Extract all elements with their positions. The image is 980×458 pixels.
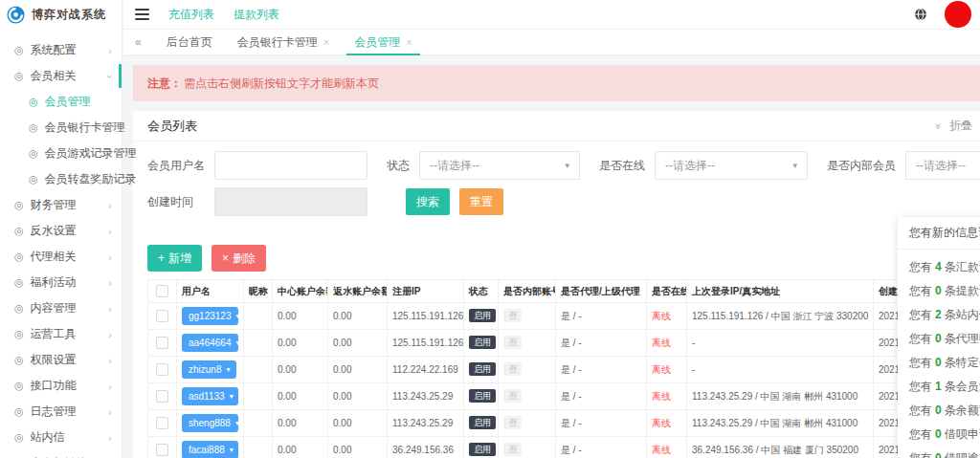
username-button[interactable]: aa464664 ▾ <box>182 334 238 352</box>
username-input[interactable] <box>214 151 368 180</box>
notification-count: 4 <box>935 260 942 273</box>
select-all-checkbox[interactable] <box>156 285 168 297</box>
username-button[interactable]: sheng888 ▾ <box>182 414 238 432</box>
user-avatar[interactable] <box>945 1 971 28</box>
chevron-down-icon: ▾ <box>226 365 230 374</box>
notification-item[interactable]: 您有0借呗申请提醒 <box>898 428 980 441</box>
username-button[interactable]: facai888 ▾ <box>182 441 238 458</box>
table-body: gg123123 ▾ 0.00 0.00 125.115.191.126 启用 … <box>148 303 980 458</box>
notification-count: 0 <box>935 356 942 369</box>
internal-badge: 否 <box>503 309 522 322</box>
internal-label: 是否内部会员 <box>827 158 896 174</box>
field-online: 是否在线 --请选择-- ▾ <box>599 151 808 180</box>
circle-dot-icon: ◎ <box>14 303 24 314</box>
online-status-cell: 离线 <box>647 410 687 437</box>
register-ip-cell: 125.115.191.126 <box>388 330 464 357</box>
internal-badge: 否 <box>503 443 522 456</box>
rebate-balance-cell: 0.00 <box>328 303 388 330</box>
notification-item[interactable]: 您有2条站内信未处理 <box>898 309 980 321</box>
sidebar-subitem[interactable]: ◎ 会员转盘奖励记录 <box>0 166 122 192</box>
collapse-button[interactable]: 折叠 <box>949 118 972 134</box>
chevron-right-icon: › <box>108 200 112 211</box>
delete-button[interactable]: ×删除 <box>212 245 266 272</box>
chevron-down-icon: ▾ <box>235 419 239 427</box>
circle-dot-icon: ◎ <box>29 148 38 159</box>
sidebar-item[interactable]: ◎ 权限设置 › <box>0 347 122 373</box>
notification-item[interactable]: 您有0条特定会员登录提醒 <box>898 357 980 369</box>
internal-badge: 否 <box>503 336 522 349</box>
nav-recharge-list[interactable]: 充值列表 <box>168 7 214 23</box>
sidebar-item[interactable]: ◎ 内容管理 › <box>0 295 122 321</box>
sidebar-item[interactable]: ◎ 反水设置 › <box>0 218 122 244</box>
chevron-right-icon: › <box>108 226 112 237</box>
close-icon[interactable]: × <box>406 36 412 48</box>
table-row: facai888 ▾ 0.00 0.00 36.249.156.36 启用 否 … <box>148 437 980 458</box>
notification-count: 2 <box>935 308 942 321</box>
row-checkbox[interactable] <box>156 310 168 322</box>
sidebar-subitem[interactable]: ◎ 会员银行卡管理 <box>0 115 122 141</box>
sidebar-subitem[interactable]: ◎ 会员游戏记录管理 <box>0 141 122 166</box>
table-header-row: 用户名昵称中心账户余额返水账户余额注册IP状态是否内部账号是否代理/上级代理是否… <box>148 280 980 303</box>
sidebar: 博弈对战系统 ◎ 系统配置 › ◎ 会员相关 › ◎ 会员管理 ◎ 会员银行卡管… <box>0 0 122 458</box>
register-ip-cell: 125.115.191.126 <box>388 303 464 330</box>
row-checkbox[interactable] <box>156 363 168 376</box>
username-button[interactable]: asd1133 ▾ <box>182 387 238 405</box>
sidebar-item-system-config[interactable]: ◎ 系统配置 › <box>0 37 122 63</box>
circle-dot-icon: ◎ <box>14 406 24 417</box>
notification-item[interactable]: 您有0条代理申请未处理 <box>898 333 980 345</box>
sidebar-item[interactable]: ◎ 日志管理 › <box>0 399 122 425</box>
chevron-down-icon: ▾ <box>565 161 569 170</box>
circle-dot-icon: ◎ <box>29 97 38 107</box>
tab-member-bankcard[interactable]: 会员银行卡管理 × <box>237 30 329 55</box>
sidebar-item[interactable]: ◎ 广告超链接 › <box>0 450 122 458</box>
row-checkbox[interactable] <box>156 390 168 403</box>
row-checkbox[interactable] <box>156 417 168 429</box>
sidebar-subitem[interactable]: ◎ 会员管理 <box>0 89 122 115</box>
sidebar-item[interactable]: ◎ 代理相关 › <box>0 244 122 270</box>
username-button[interactable]: zhizun8 ▾ <box>182 360 236 379</box>
tab-member-management[interactable]: 会员管理 × <box>354 30 412 55</box>
created-time-input[interactable] <box>214 187 368 216</box>
close-icon[interactable]: × <box>323 36 329 48</box>
notification-list: 您有4条汇款请求未处理 您有0条提款请求未处理 您有2条站内信未处理 您有0条代… <box>898 261 980 458</box>
card-header: 会员列表 » 折叠 <box>133 111 980 142</box>
hamburger-menu-icon[interactable] <box>135 9 149 20</box>
nav-withdraw-list[interactable]: 提款列表 <box>234 7 279 23</box>
notification-item[interactable]: 您有0条提款请求未处理 <box>898 285 980 297</box>
tabs-collapse-left-icon[interactable]: « <box>135 35 142 49</box>
online-select[interactable]: --请选择-- ▾ <box>655 151 808 180</box>
row-checkbox[interactable] <box>156 337 168 349</box>
globe-icon[interactable] <box>914 8 927 21</box>
sidebar-item-member-related[interactable]: ◎ 会员相关 › <box>0 63 122 89</box>
notification-count: 0 <box>935 403 942 417</box>
chevron-right-icon: › <box>108 355 112 366</box>
center-balance-cell: 0.00 <box>273 383 328 410</box>
notification-item[interactable]: 您有0条余额宝购买提醒 <box>898 404 980 417</box>
sidebar-item[interactable]: ◎ 运营工具 › <box>0 321 122 347</box>
internal-select[interactable]: --请选择-- <box>905 151 980 180</box>
sidebar-item[interactable]: ◎ 站内信 › <box>0 425 122 450</box>
last-login-cell: - <box>687 357 874 383</box>
circle-dot-icon: ◎ <box>14 381 24 391</box>
row-checkbox[interactable] <box>156 444 168 456</box>
search-button[interactable]: 搜索 <box>406 188 450 215</box>
notification-item[interactable]: 您有0借呗逾期提醒 <box>898 452 980 458</box>
sidebar-item[interactable]: ◎ 财务管理 › <box>0 192 122 218</box>
status-select[interactable]: --请选择-- ▾ <box>419 151 580 180</box>
add-button[interactable]: +新增 <box>147 245 202 272</box>
circle-dot-icon: ◎ <box>14 71 24 81</box>
online-status-cell: 离线 <box>647 437 687 458</box>
sidebar-item[interactable]: ◎ 接口功能 › <box>0 373 122 399</box>
status-badge: 启用 <box>469 309 496 322</box>
register-ip-cell: 113.243.25.29 <box>388 410 464 437</box>
username-button[interactable]: gg123123 ▾ <box>182 307 238 325</box>
tab-dashboard[interactable]: 后台首页 <box>167 30 212 55</box>
main-area: 充值列表 提款列表 « 后台首页 会员银行卡管理 × 会员管理 × 注意：需点击… <box>123 0 980 458</box>
search-form: 会员用户名 状态 --请选择-- ▾ 是否在线 --请选择-- ▾ <box>133 142 980 231</box>
reset-button[interactable]: 重置 <box>459 188 503 215</box>
notification-item[interactable]: 您有1条会员活动申请 <box>898 381 980 393</box>
notification-item[interactable]: 您有4条汇款请求未处理 <box>898 261 980 273</box>
close-icon: × <box>222 251 229 265</box>
status-label: 状态 <box>387 158 410 174</box>
sidebar-item[interactable]: ◎ 福利活动 › <box>0 270 122 295</box>
